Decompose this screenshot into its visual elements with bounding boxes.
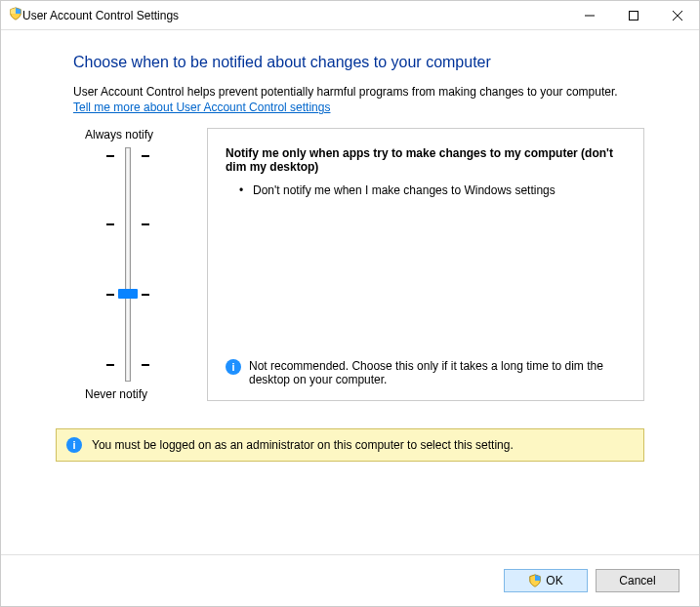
- page-heading: Choose when to be notified about changes…: [73, 54, 644, 71]
- ok-button[interactable]: OK: [504, 569, 588, 592]
- titlebar: User Account Control Settings: [1, 1, 699, 30]
- recommendation-note: i Not recommended. Choose this only if i…: [226, 359, 626, 386]
- svg-rect-1: [629, 11, 638, 20]
- slider-thumb[interactable]: [118, 289, 138, 299]
- info-icon: i: [66, 437, 82, 453]
- slider-tick: [106, 364, 114, 366]
- content-area: Choose when to be notified about changes…: [1, 30, 699, 554]
- admin-notice-bar: i You must be logged on as an administra…: [56, 428, 644, 462]
- help-link[interactable]: Tell me more about User Account Control …: [73, 101, 644, 114]
- level-heading: Notify me only when apps try to make cha…: [226, 146, 626, 174]
- slider-track: [125, 147, 131, 382]
- main-row: Always notify Never notify Notify me onl…: [56, 128, 644, 401]
- button-row: OK Cancel: [1, 554, 699, 606]
- cancel-button-label: Cancel: [619, 574, 655, 587]
- slider-tick: [142, 294, 149, 296]
- slider-tick: [106, 294, 114, 296]
- slider-tick: [106, 223, 114, 225]
- minimize-button[interactable]: [567, 1, 611, 30]
- ok-button-label: OK: [546, 574, 562, 587]
- close-button[interactable]: [655, 1, 699, 30]
- recommendation-text: Not recommended. Choose this only if it …: [249, 359, 626, 386]
- uac-settings-window: User Account Control Settings Choose whe…: [0, 0, 700, 607]
- slider-column: Always notify Never notify: [56, 128, 207, 401]
- level-bullet: • Don't notify me when I make changes to…: [239, 183, 626, 197]
- admin-notice-text: You must be logged on as an administrato…: [92, 438, 514, 452]
- bullet-icon: •: [239, 183, 253, 197]
- cancel-button[interactable]: Cancel: [596, 569, 679, 592]
- page-description: User Account Control helps prevent poten…: [73, 85, 644, 99]
- slider-tick: [142, 364, 149, 366]
- slider-tick: [142, 155, 149, 157]
- shield-icon: [528, 574, 542, 587]
- level-description-panel: Notify me only when apps try to make cha…: [207, 128, 644, 401]
- notification-slider[interactable]: [99, 147, 157, 382]
- info-icon: i: [226, 359, 241, 375]
- window-title: User Account Control Settings: [22, 9, 567, 22]
- slider-top-label: Always notify: [85, 128, 153, 142]
- shield-icon: [9, 7, 22, 23]
- slider-bottom-label: Never notify: [85, 387, 147, 401]
- bullet-text: Don't notify me when I make changes to W…: [253, 183, 556, 197]
- slider-tick: [106, 155, 114, 157]
- slider-tick: [142, 223, 149, 225]
- maximize-button[interactable]: [611, 1, 655, 30]
